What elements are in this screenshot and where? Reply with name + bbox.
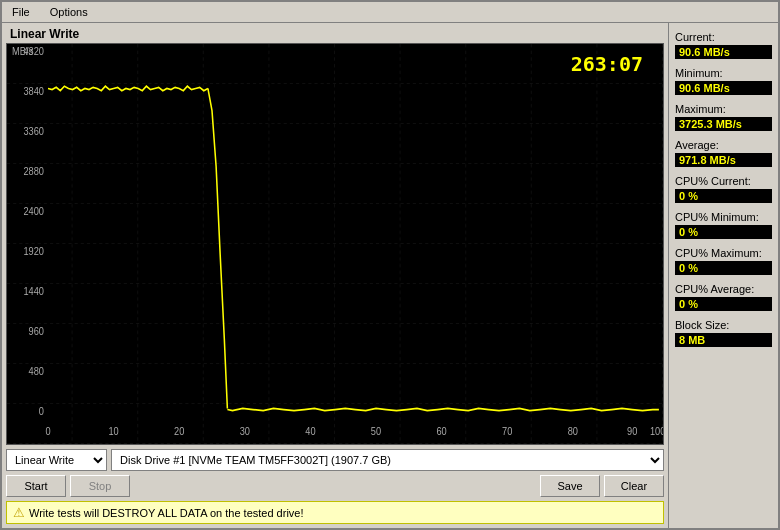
warning-bar: ⚠ Write tests will DESTROY ALL DATA on t… (6, 501, 664, 524)
svg-text:10: 10 (108, 426, 118, 437)
chart-title: Linear Write (10, 27, 664, 41)
current-label: Current: (675, 31, 772, 43)
timer-display: 263:07 (571, 52, 643, 76)
cpu-maximum-label: CPU% Maximum: (675, 247, 772, 259)
svg-text:MB/s: MB/s (12, 46, 33, 57)
maximum-value: 3725.3 MB/s (675, 117, 772, 131)
chart-svg: 4320 3840 3360 2880 2400 1920 1440 960 4… (7, 44, 663, 444)
block-size-label: Block Size: (675, 319, 772, 331)
menu-file[interactable]: File (6, 4, 36, 20)
cpu-current-value: 0 % (675, 189, 772, 203)
svg-text:2400: 2400 (23, 206, 44, 217)
svg-text:3840: 3840 (23, 86, 44, 97)
cpu-average-value: 0 % (675, 297, 772, 311)
svg-text:1440: 1440 (23, 286, 44, 297)
cpu-current-label: CPU% Current: (675, 175, 772, 187)
svg-text:30: 30 (240, 426, 250, 437)
cpu-minimum-label: CPU% Minimum: (675, 211, 772, 223)
minimum-label: Minimum: (675, 67, 772, 79)
menu-bar: File Options (2, 2, 778, 23)
svg-text:80: 80 (568, 426, 578, 437)
chart-container: 263:07 (6, 43, 664, 445)
start-button[interactable]: Start (6, 475, 66, 497)
drive-select[interactable]: Disk Drive #1 [NVMe TEAM TM5FF3002T] (19… (111, 449, 664, 471)
warning-icon: ⚠ (13, 505, 25, 520)
main-area: Linear Write 263:07 (2, 23, 668, 528)
average-label: Average: (675, 139, 772, 151)
svg-text:90: 90 (627, 426, 637, 437)
controls-row2: Start Stop Save Clear (6, 475, 664, 497)
clear-button[interactable]: Clear (604, 475, 664, 497)
svg-text:100 %: 100 % (650, 426, 663, 437)
svg-text:20: 20 (174, 426, 184, 437)
svg-text:1920: 1920 (23, 246, 44, 257)
warning-text: Write tests will DESTROY ALL DATA on the… (29, 507, 304, 519)
svg-rect-4 (7, 44, 663, 444)
controls-row1: Linear Write Random Write Linear Read Ra… (6, 449, 664, 471)
svg-text:0: 0 (39, 406, 44, 417)
minimum-value: 90.6 MB/s (675, 81, 772, 95)
test-type-select[interactable]: Linear Write Random Write Linear Read Ra… (6, 449, 107, 471)
svg-text:50: 50 (371, 426, 381, 437)
stop-button[interactable]: Stop (70, 475, 130, 497)
current-value: 90.6 MB/s (675, 45, 772, 59)
block-size-value: 8 MB (675, 333, 772, 347)
svg-text:60: 60 (436, 426, 446, 437)
svg-text:960: 960 (29, 326, 44, 337)
menu-options[interactable]: Options (44, 4, 94, 20)
svg-text:0: 0 (45, 426, 50, 437)
maximum-label: Maximum: (675, 103, 772, 115)
average-value: 971.8 MB/s (675, 153, 772, 167)
content-area: Linear Write 263:07 (2, 23, 778, 528)
svg-text:40: 40 (305, 426, 315, 437)
svg-text:480: 480 (29, 366, 44, 377)
bottom-controls: Linear Write Random Write Linear Read Ra… (6, 449, 664, 524)
cpu-minimum-value: 0 % (675, 225, 772, 239)
svg-text:70: 70 (502, 426, 512, 437)
svg-text:2880: 2880 (23, 166, 44, 177)
cpu-average-label: CPU% Average: (675, 283, 772, 295)
cpu-maximum-value: 0 % (675, 261, 772, 275)
save-button[interactable]: Save (540, 475, 600, 497)
main-window: File Options Linear Write 263:07 (0, 0, 780, 530)
right-panel: Current: 90.6 MB/s Minimum: 90.6 MB/s Ma… (668, 23, 778, 528)
svg-text:3360: 3360 (23, 126, 44, 137)
